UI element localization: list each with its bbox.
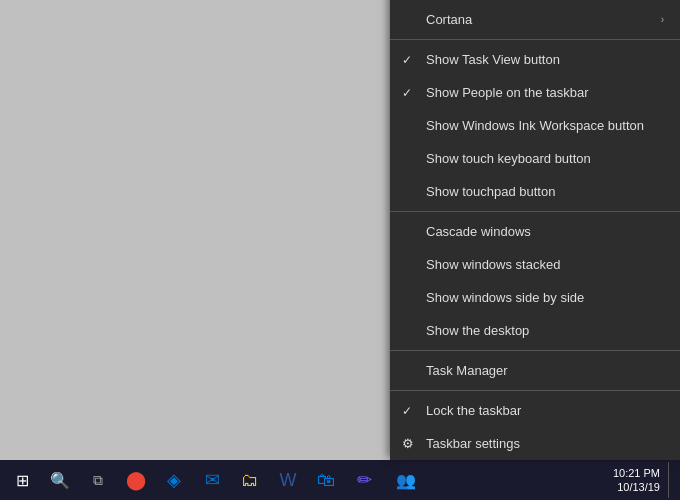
system-tray: 10:21 PM 10/13/19 — [613, 466, 664, 495]
menu-item-label: Taskbar settings — [426, 436, 664, 451]
check-icon: ✓ — [402, 86, 412, 100]
start-button[interactable]: ⊞ — [4, 462, 40, 498]
menu-item-show-touchpad[interactable]: Show touchpad button — [390, 175, 680, 208]
menu-item-label: Show People on the taskbar — [426, 85, 664, 100]
taskbar-app-icons: ⬤◈✉🗂W🛍✏ — [118, 462, 382, 498]
menu-item-label: Lock the taskbar — [426, 403, 664, 418]
menu-item-cascade[interactable]: Cascade windows — [390, 215, 680, 248]
menu-item-show-ink[interactable]: Show Windows Ink Workspace button — [390, 109, 680, 142]
menu-item-lock-taskbar[interactable]: ✓Lock the taskbar — [390, 394, 680, 427]
cortana-button[interactable]: 🔍 — [42, 462, 78, 498]
menu-item-show-taskview[interactable]: ✓Show Task View button — [390, 43, 680, 76]
menu-item-show-side[interactable]: Show windows side by side — [390, 281, 680, 314]
menu-separator — [390, 350, 680, 351]
menu-item-show-touch[interactable]: Show touch keyboard button — [390, 142, 680, 175]
clock-time: 10:21 PM — [613, 466, 660, 480]
menu-item-show-stacked[interactable]: Show windows stacked — [390, 248, 680, 281]
menu-item-label: Show windows stacked — [426, 257, 664, 272]
menu-item-show-desktop[interactable]: Show the desktop — [390, 314, 680, 347]
taskbar-icon-word[interactable]: W — [270, 462, 306, 498]
taskbar-icon-explorer[interactable]: 🗂 — [232, 462, 268, 498]
context-menu: Toolbars›Cortana›✓Show Task View button✓… — [390, 0, 680, 460]
taskbar-icon-outlook[interactable]: ✉ — [194, 462, 230, 498]
menu-item-task-manager[interactable]: Task Manager — [390, 354, 680, 387]
menu-item-label: Cortana — [426, 12, 661, 27]
menu-item-label: Show windows side by side — [426, 290, 664, 305]
menu-item-label: Show Task View button — [426, 52, 664, 67]
menu-item-label: Show touchpad button — [426, 184, 664, 199]
menu-item-taskbar-settings[interactable]: ⚙Taskbar settings — [390, 427, 680, 460]
menu-item-label: Show Windows Ink Workspace button — [426, 118, 664, 133]
task-view-button[interactable]: ⧉ — [80, 462, 116, 498]
check-icon: ✓ — [402, 404, 412, 418]
taskbar-icon-notes[interactable]: ✏ — [346, 462, 382, 498]
menu-item-cortana[interactable]: Cortana› — [390, 3, 680, 36]
menu-separator — [390, 211, 680, 212]
taskbar-icon-store[interactable]: 🛍 — [308, 462, 344, 498]
clock-date: 10/13/19 — [613, 480, 660, 494]
menu-item-label: Cascade windows — [426, 224, 664, 239]
show-desktop-strip[interactable] — [668, 462, 676, 498]
menu-item-label: Show the desktop — [426, 323, 664, 338]
desktop: Toolbars›Cortana›✓Show Task View button✓… — [0, 0, 680, 500]
people-taskbar-icon[interactable]: 👥 — [388, 462, 424, 498]
check-icon: ✓ — [402, 53, 412, 67]
menu-item-label: Task Manager — [426, 363, 664, 378]
taskbar-icon-edge[interactable]: ◈ — [156, 462, 192, 498]
submenu-arrow-icon: › — [661, 14, 664, 25]
menu-item-show-people[interactable]: ✓Show People on the taskbar — [390, 76, 680, 109]
taskbar: ⊞ 🔍 ⧉ ⬤◈✉🗂W🛍✏ 👥 10:21 PM 10/13/19 — [0, 460, 680, 500]
menu-item-label: Show touch keyboard button — [426, 151, 664, 166]
clock: 10:21 PM 10/13/19 — [613, 466, 660, 495]
gear-icon: ⚙ — [402, 436, 414, 451]
menu-separator — [390, 39, 680, 40]
taskbar-icon-chrome[interactable]: ⬤ — [118, 462, 154, 498]
menu-separator — [390, 390, 680, 391]
